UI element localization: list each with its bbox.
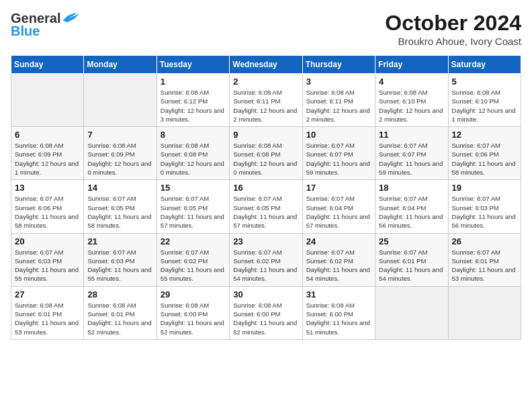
logo: General Blue	[11, 11, 79, 39]
day-cell: 13Sunrise: 6:07 AM Sunset: 6:06 PM Dayli…	[11, 180, 84, 233]
day-cell	[375, 286, 448, 339]
day-number: 24	[306, 236, 371, 246]
day-cell: 14Sunrise: 6:07 AM Sunset: 6:05 PM Dayli…	[84, 180, 157, 233]
week-row-4: 20Sunrise: 6:07 AM Sunset: 6:03 PM Dayli…	[11, 233, 521, 286]
day-info: Sunrise: 6:07 AM Sunset: 6:07 PM Dayligh…	[306, 141, 371, 177]
day-number: 18	[379, 183, 444, 193]
day-number: 1	[161, 77, 226, 87]
day-number: 14	[87, 183, 152, 193]
weekday-header-monday: Monday	[84, 56, 157, 74]
day-cell: 17Sunrise: 6:07 AM Sunset: 6:04 PM Dayli…	[302, 180, 375, 233]
day-cell: 3Sunrise: 6:08 AM Sunset: 6:11 PM Daylig…	[302, 74, 375, 127]
day-info: Sunrise: 6:07 AM Sunset: 6:04 PM Dayligh…	[306, 194, 371, 230]
weekday-header-thursday: Thursday	[302, 56, 375, 74]
day-cell	[448, 286, 521, 339]
day-info: Sunrise: 6:08 AM Sunset: 6:10 PM Dayligh…	[379, 88, 444, 124]
day-info: Sunrise: 6:08 AM Sunset: 6:00 PM Dayligh…	[306, 301, 371, 336]
day-cell: 8Sunrise: 6:08 AM Sunset: 6:08 PM Daylig…	[157, 127, 229, 180]
day-cell: 28Sunrise: 6:08 AM Sunset: 6:01 PM Dayli…	[84, 286, 157, 339]
day-cell: 30Sunrise: 6:08 AM Sunset: 6:00 PM Dayli…	[230, 286, 302, 339]
day-info: Sunrise: 6:08 AM Sunset: 6:08 PM Dayligh…	[233, 141, 298, 177]
week-row-1: 1Sunrise: 6:08 AM Sunset: 6:12 PM Daylig…	[11, 74, 521, 127]
day-number: 28	[87, 289, 152, 300]
day-cell: 27Sunrise: 6:08 AM Sunset: 6:01 PM Dayli…	[11, 286, 84, 339]
day-cell: 25Sunrise: 6:07 AM Sunset: 6:01 PM Dayli…	[375, 233, 448, 286]
day-cell: 16Sunrise: 6:07 AM Sunset: 6:05 PM Dayli…	[230, 180, 302, 233]
day-number: 2	[233, 77, 298, 87]
day-number: 15	[161, 183, 226, 193]
day-info: Sunrise: 6:07 AM Sunset: 6:03 PM Dayligh…	[452, 194, 517, 230]
day-cell: 23Sunrise: 6:07 AM Sunset: 6:02 PM Dayli…	[230, 233, 302, 286]
weekday-header-row: SundayMondayTuesdayWednesdayThursdayFrid…	[11, 56, 521, 74]
day-number: 25	[379, 236, 444, 246]
day-number: 29	[161, 289, 226, 300]
day-info: Sunrise: 6:07 AM Sunset: 6:04 PM Dayligh…	[379, 194, 444, 230]
day-info: Sunrise: 6:07 AM Sunset: 6:02 PM Dayligh…	[233, 248, 298, 283]
day-info: Sunrise: 6:07 AM Sunset: 6:05 PM Dayligh…	[161, 194, 226, 230]
day-cell: 11Sunrise: 6:07 AM Sunset: 6:07 PM Dayli…	[375, 127, 448, 180]
day-info: Sunrise: 6:08 AM Sunset: 6:12 PM Dayligh…	[161, 88, 226, 124]
day-info: Sunrise: 6:08 AM Sunset: 6:00 PM Dayligh…	[233, 301, 298, 336]
title-block: October 2024 Broukro Ahoue, Ivory Coast	[385, 11, 521, 47]
day-info: Sunrise: 6:08 AM Sunset: 6:11 PM Dayligh…	[233, 88, 298, 124]
day-number: 8	[161, 130, 226, 140]
day-number: 11	[379, 130, 444, 140]
location-text: Broukro Ahoue, Ivory Coast	[385, 36, 521, 47]
day-info: Sunrise: 6:08 AM Sunset: 6:11 PM Dayligh…	[306, 88, 371, 124]
day-number: 6	[15, 130, 80, 140]
day-number: 20	[15, 236, 80, 246]
day-info: Sunrise: 6:07 AM Sunset: 6:05 PM Dayligh…	[233, 194, 298, 230]
day-info: Sunrise: 6:07 AM Sunset: 6:01 PM Dayligh…	[452, 248, 517, 283]
day-number: 23	[233, 236, 298, 246]
day-cell: 12Sunrise: 6:07 AM Sunset: 6:06 PM Dayli…	[448, 127, 521, 180]
day-number: 3	[306, 77, 371, 87]
day-cell: 24Sunrise: 6:07 AM Sunset: 6:02 PM Dayli…	[302, 233, 375, 286]
weekday-header-wednesday: Wednesday	[230, 56, 302, 74]
day-cell: 15Sunrise: 6:07 AM Sunset: 6:05 PM Dayli…	[157, 180, 229, 233]
day-number: 7	[87, 130, 152, 140]
day-info: Sunrise: 6:07 AM Sunset: 6:03 PM Dayligh…	[87, 248, 152, 283]
day-number: 5	[452, 77, 517, 87]
day-cell: 21Sunrise: 6:07 AM Sunset: 6:03 PM Dayli…	[84, 233, 157, 286]
day-cell	[11, 74, 84, 127]
day-number: 27	[15, 289, 80, 300]
day-cell: 9Sunrise: 6:08 AM Sunset: 6:08 PM Daylig…	[230, 127, 302, 180]
calendar-table: SundayMondayTuesdayWednesdayThursdayFrid…	[11, 55, 521, 340]
day-number: 10	[306, 130, 371, 140]
day-cell: 31Sunrise: 6:08 AM Sunset: 6:00 PM Dayli…	[302, 286, 375, 339]
day-number: 16	[233, 183, 298, 193]
day-cell	[84, 74, 157, 127]
day-cell: 7Sunrise: 6:08 AM Sunset: 6:09 PM Daylig…	[84, 127, 157, 180]
day-cell: 26Sunrise: 6:07 AM Sunset: 6:01 PM Dayli…	[448, 233, 521, 286]
day-number: 12	[452, 130, 517, 140]
day-cell: 4Sunrise: 6:08 AM Sunset: 6:10 PM Daylig…	[375, 74, 448, 127]
day-number: 31	[306, 289, 371, 300]
weekday-header-friday: Friday	[375, 56, 448, 74]
day-number: 22	[161, 236, 226, 246]
day-cell: 20Sunrise: 6:07 AM Sunset: 6:03 PM Dayli…	[11, 233, 84, 286]
day-info: Sunrise: 6:07 AM Sunset: 6:06 PM Dayligh…	[452, 141, 517, 177]
page-header: General Blue October 2024 Broukro Ahoue,…	[11, 11, 521, 47]
day-cell: 18Sunrise: 6:07 AM Sunset: 6:04 PM Dayli…	[375, 180, 448, 233]
day-info: Sunrise: 6:08 AM Sunset: 6:09 PM Dayligh…	[87, 141, 152, 177]
day-info: Sunrise: 6:07 AM Sunset: 6:06 PM Dayligh…	[15, 194, 80, 230]
day-info: Sunrise: 6:07 AM Sunset: 6:02 PM Dayligh…	[161, 248, 226, 283]
day-number: 19	[452, 183, 517, 193]
day-number: 26	[452, 236, 517, 246]
day-number: 30	[233, 289, 298, 300]
day-cell: 22Sunrise: 6:07 AM Sunset: 6:02 PM Dayli…	[157, 233, 229, 286]
day-cell: 6Sunrise: 6:08 AM Sunset: 6:09 PM Daylig…	[11, 127, 84, 180]
day-info: Sunrise: 6:08 AM Sunset: 6:09 PM Dayligh…	[15, 141, 80, 177]
day-info: Sunrise: 6:07 AM Sunset: 6:05 PM Dayligh…	[87, 194, 152, 230]
day-info: Sunrise: 6:07 AM Sunset: 6:02 PM Dayligh…	[306, 248, 371, 283]
month-title: October 2024	[385, 11, 521, 36]
day-number: 17	[306, 183, 371, 193]
day-cell: 5Sunrise: 6:08 AM Sunset: 6:10 PM Daylig…	[448, 74, 521, 127]
day-info: Sunrise: 6:07 AM Sunset: 6:01 PM Dayligh…	[379, 248, 444, 283]
day-cell: 29Sunrise: 6:08 AM Sunset: 6:00 PM Dayli…	[157, 286, 229, 339]
week-row-5: 27Sunrise: 6:08 AM Sunset: 6:01 PM Dayli…	[11, 286, 521, 339]
day-info: Sunrise: 6:08 AM Sunset: 6:10 PM Dayligh…	[452, 88, 517, 124]
day-info: Sunrise: 6:08 AM Sunset: 6:08 PM Dayligh…	[161, 141, 226, 177]
day-info: Sunrise: 6:08 AM Sunset: 6:01 PM Dayligh…	[87, 301, 152, 336]
weekday-header-sunday: Sunday	[11, 56, 84, 74]
